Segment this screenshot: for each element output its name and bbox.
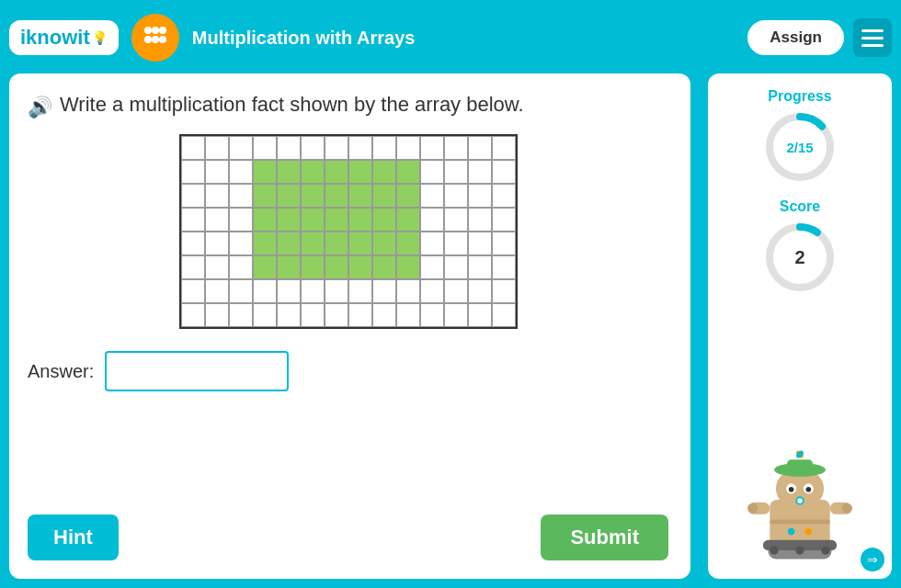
array-cell <box>372 279 396 303</box>
array-cell <box>325 136 348 160</box>
array-cell <box>468 136 492 160</box>
array-cell <box>277 303 301 327</box>
array-cell <box>253 232 277 255</box>
left-panel: 🔊 Write a multiplication fact shown by t… <box>9 74 690 579</box>
array-cell <box>396 184 420 208</box>
question-text: Write a multiplication fact shown by the… <box>60 92 524 119</box>
main-area: 🔊 Write a multiplication fact shown by t… <box>9 74 892 579</box>
array-cell <box>205 136 229 160</box>
hamburger-button[interactable] <box>853 18 892 57</box>
svg-point-5 <box>159 36 166 43</box>
array-cell <box>253 303 277 327</box>
array-cell <box>229 232 253 255</box>
array-cell <box>420 255 444 279</box>
array-cell <box>181 232 205 255</box>
array-cell <box>396 255 420 279</box>
array-cell <box>253 136 277 160</box>
array-cell <box>420 303 444 327</box>
array-cell <box>468 208 492 232</box>
array-cell <box>396 136 420 160</box>
svg-point-3 <box>144 36 152 43</box>
array-cell <box>181 184 205 208</box>
svg-point-26 <box>842 503 852 514</box>
array-cell <box>253 279 277 303</box>
svg-point-25 <box>747 503 758 514</box>
array-cell <box>229 184 253 208</box>
answer-row: Answer: <box>28 351 668 391</box>
svg-point-29 <box>770 546 778 554</box>
answer-label: Answer: <box>28 361 94 382</box>
array-cell <box>205 232 229 255</box>
progress-circle: 2/15 <box>763 110 837 184</box>
submit-button[interactable]: Submit <box>541 514 668 560</box>
hamburger-line-2 <box>861 37 884 40</box>
array-cell <box>205 255 229 279</box>
array-cell <box>492 232 516 255</box>
array-cell <box>372 136 396 160</box>
array-cell <box>325 232 348 255</box>
array-cell <box>372 160 396 184</box>
array-cell <box>301 160 325 184</box>
svg-point-34 <box>805 528 812 535</box>
score-circle: 2 <box>763 220 837 294</box>
logo-bulb-icon: 💡 <box>92 30 108 45</box>
array-cell <box>205 303 229 327</box>
hint-button[interactable]: Hint <box>28 514 119 560</box>
array-cell <box>348 184 372 208</box>
array-cell <box>444 160 468 184</box>
array-cell <box>253 184 277 208</box>
array-cell <box>492 208 516 232</box>
array-cell <box>420 160 444 184</box>
array-cell <box>372 232 396 255</box>
array-cell <box>396 232 420 255</box>
array-cell <box>181 136 205 160</box>
array-cell <box>325 279 348 303</box>
right-panel: Progress 2/15 Score <box>708 74 892 579</box>
array-cell <box>325 208 348 232</box>
svg-point-30 <box>795 546 804 554</box>
array-cell <box>396 208 420 232</box>
assign-button[interactable]: Assign <box>747 20 844 55</box>
array-cell <box>253 255 277 279</box>
header: iknowit 💡 Multiplication with Arrays Ass… <box>9 9 892 66</box>
speaker-icon[interactable]: 🔊 <box>28 96 52 119</box>
score-text: 2 <box>794 247 804 268</box>
array-cell <box>348 255 372 279</box>
next-arrow-button[interactable]: ⇒ <box>861 548 884 571</box>
array-cell <box>444 208 468 232</box>
array-cell <box>205 208 229 232</box>
array-cell <box>229 255 253 279</box>
array-cell <box>444 184 468 208</box>
array-cell <box>396 160 420 184</box>
mascot-area <box>717 309 883 564</box>
array-cell <box>181 160 205 184</box>
array-cell <box>325 255 348 279</box>
answer-input[interactable] <box>105 351 289 391</box>
question-row: 🔊 Write a multiplication fact shown by t… <box>28 92 668 119</box>
array-cell <box>229 136 253 160</box>
svg-point-20 <box>806 487 812 492</box>
array-cell <box>444 136 468 160</box>
array-cell <box>420 232 444 255</box>
array-cell <box>253 208 277 232</box>
array-cell <box>468 279 492 303</box>
svg-point-31 <box>821 546 829 554</box>
progress-section: Progress 2/15 <box>763 88 837 184</box>
array-cell <box>468 255 492 279</box>
array-cell <box>301 208 325 232</box>
array-cell <box>444 303 468 327</box>
svg-rect-32 <box>770 519 829 524</box>
array-cell <box>444 232 468 255</box>
svg-point-1 <box>152 27 159 34</box>
array-container <box>28 134 668 329</box>
robot-mascot <box>740 435 860 564</box>
svg-point-2 <box>159 27 166 34</box>
array-cell <box>301 255 325 279</box>
array-cell <box>492 160 516 184</box>
array-cell <box>468 184 492 208</box>
array-cell <box>372 184 396 208</box>
svg-point-19 <box>789 487 794 492</box>
array-cell <box>301 303 325 327</box>
svg-point-33 <box>788 528 794 535</box>
array-cell <box>468 232 492 255</box>
